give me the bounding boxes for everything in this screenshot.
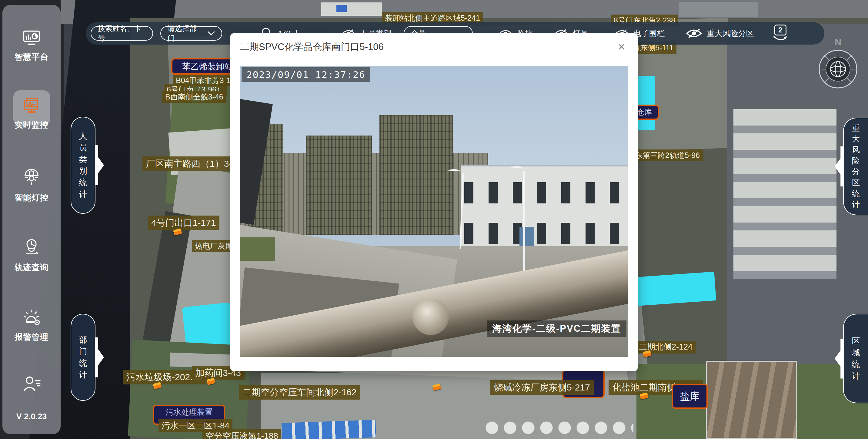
compass[interactable]: N xyxy=(817,37,859,90)
camera-timestamp: 2023/09/01 12:37:26 xyxy=(242,67,370,82)
sidebar-item-label: 实时监控 xyxy=(2,119,61,130)
photo-grass xyxy=(240,237,275,261)
tab-area-stats[interactable]: 区域统计 xyxy=(843,314,868,403)
alarm-siren-icon xyxy=(22,308,41,326)
camera-watermark: 海湾化学-二级-PVC二期装置 xyxy=(487,320,626,337)
sidebar-item-personnel[interactable] xyxy=(2,375,61,394)
sidebar: 智慧平台 实时监控 xyxy=(2,5,61,434)
tab-label: 重大风险分区统计 xyxy=(851,123,861,210)
map-label[interactable]: 东第三跨2轨道5-96 xyxy=(632,149,703,161)
camera-feed: 2023/09/01 12:37:26 海湾化学-二级-PVC二期装置 xyxy=(240,66,628,357)
department-placeholder: 请选择部门 xyxy=(167,24,200,43)
search-input[interactable]: 搜索姓名、卡号 xyxy=(91,26,153,40)
realtime-monitor-icon xyxy=(23,97,41,114)
tab-risk-zone-stats[interactable]: 重大风险分区统计 xyxy=(843,118,868,215)
sidebar-item-label: 轨迹查询 xyxy=(2,262,61,273)
sidebar-item-label: 智慧平台 xyxy=(2,52,61,62)
sidebar-item-platform[interactable]: 智慧平台 xyxy=(2,30,61,62)
tab-label: 区域统计 xyxy=(851,335,861,382)
tab-label: 部门统计 xyxy=(79,334,88,380)
eye-off-icon xyxy=(686,28,702,39)
rotate-arrow-icon xyxy=(773,35,787,41)
screen-switch-button[interactable]: 2 xyxy=(773,25,787,42)
photo-window-row xyxy=(464,223,624,244)
photo-window-row xyxy=(464,182,624,203)
search-placeholder: 搜索姓名、卡号 xyxy=(98,24,146,43)
map-label[interactable]: 4号门出口1-171 xyxy=(148,215,219,230)
photo-lamp-pole xyxy=(523,171,525,287)
sidebar-item-label: 报警管理 xyxy=(2,332,61,343)
smart-light-icon xyxy=(23,168,41,187)
track-query-icon xyxy=(23,238,41,257)
tab-person-type-stats[interactable]: 人员类别统计 xyxy=(71,117,95,214)
map-label[interactable]: 二期空分空压车间北侧2-162 xyxy=(239,385,360,400)
camera-dialog: 二期SPVC化学品仓库南门口5-106 ✕ 2023/09/0 xyxy=(230,33,638,371)
sidebar-item-track-query[interactable]: 轨迹查询 xyxy=(2,238,61,273)
chevron-down-icon xyxy=(208,31,215,36)
smart-platform-icon xyxy=(23,30,41,46)
photo-lamp-arm xyxy=(447,169,461,175)
map-label[interactable]: B西南侧全貌3-46 xyxy=(162,91,226,103)
map-camera-marker[interactable] xyxy=(432,383,441,391)
map-label[interactable]: 热电厂灰库 xyxy=(192,240,236,252)
photo-tower xyxy=(306,136,372,234)
sidebar-item-realtime-monitor[interactable]: 实时监控 xyxy=(2,97,61,130)
map-label[interactable]: 空分空压液氮1-188 xyxy=(203,429,281,439)
department-select[interactable]: 请选择部门 xyxy=(160,26,222,40)
tab-department-stats[interactable]: 部门统计 xyxy=(71,314,95,401)
map-label[interactable]: 盐库 xyxy=(672,384,708,409)
toggle-risk-zones[interactable]: 重大风险分区 xyxy=(686,28,754,39)
toggle-label: 重大风险分区 xyxy=(707,28,754,39)
photo-pipe-end xyxy=(412,299,449,335)
app-window: 苯乙烯装卸站 B04甲苯非芳3-10 6号门南（3-96） B西南侧全貌3-46… xyxy=(0,0,868,439)
sidebar-item-alarm[interactable]: 报警管理 xyxy=(2,308,61,343)
tab-label: 人员类别统计 xyxy=(79,130,88,200)
person-list-icon xyxy=(22,375,41,393)
toggle-label: 电子围栏 xyxy=(633,28,665,39)
close-icon[interactable]: ✕ xyxy=(617,41,625,53)
dialog-title: 二期SPVC化学品仓库南门口5-106 xyxy=(240,40,384,53)
sidebar-item-smart-lights[interactable]: 智能灯控 xyxy=(2,168,61,203)
photo-lamp-arm xyxy=(509,166,523,173)
screen-count-badge: 2 xyxy=(774,25,786,35)
map-label[interactable]: 烧碱冷冻厂房东侧5-217 xyxy=(490,380,594,395)
photo-tower xyxy=(379,115,453,235)
sidebar-item-label: 智能灯控 xyxy=(2,192,61,203)
compass-dial-icon xyxy=(817,48,859,90)
version-label: V 2.0.23 xyxy=(2,412,61,421)
compass-north-label: N xyxy=(817,37,859,47)
